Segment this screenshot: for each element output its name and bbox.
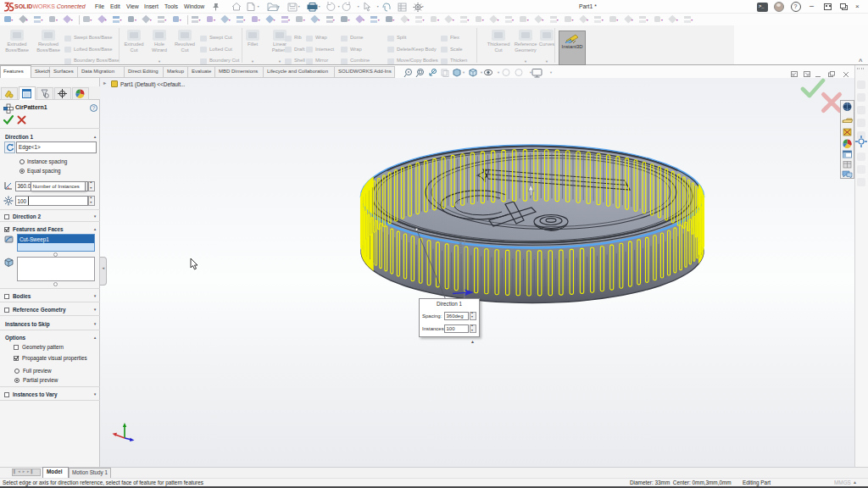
svg-text:36.060deg: 36.060deg (458, 239, 463, 261)
